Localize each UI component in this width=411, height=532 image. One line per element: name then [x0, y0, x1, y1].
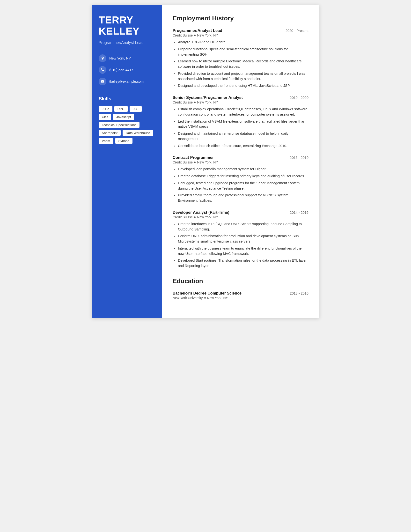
candidate-title: Programmer/Analyst Lead — [99, 40, 155, 46]
list-item: Perform UNIX administration for producti… — [178, 234, 308, 244]
skills-section: Skills J2EeRPGJCLCicsJavascriptTechnical… — [99, 96, 155, 144]
skills-heading: Skills — [99, 96, 155, 102]
list-item: Learned how to utilize multiple Electron… — [178, 59, 308, 69]
job-block: Programmer/Analyst Lead2020 - PresentCre… — [173, 28, 308, 88]
list-item: Debugged, tested and upgraded programs f… — [178, 181, 308, 191]
list-item: Developed Start routines, Transformation… — [178, 258, 308, 269]
company-name: Credit Suisse — [173, 160, 193, 164]
job-company: Credit SuisseNew York, NY — [173, 33, 308, 37]
separator-dot — [194, 216, 196, 218]
edu-institution: New York University — [173, 296, 203, 300]
separator-dot — [194, 35, 196, 36]
separator-dot — [194, 102, 196, 103]
skill-tag: Javascript — [113, 114, 134, 120]
job-block: Developer Analyst (Part-Time)2014 - 2016… — [173, 210, 308, 269]
job-bullets: Created interfaces in PL/SQL and UNIX Sc… — [173, 221, 308, 269]
edu-location: New York, NY — [207, 296, 228, 300]
edu-dates: 2013 - 2016 — [290, 291, 308, 295]
edu-header: Bachelor's Degree Computer Science2013 -… — [173, 291, 308, 295]
list-item: Designed and developed the front end usi… — [178, 83, 308, 88]
skill-tag: Data Warehouse — [122, 130, 153, 136]
job-dates: 2014 - 2016 — [290, 211, 308, 215]
contact-email: tkelley@example.com — [99, 78, 155, 85]
jobs-container: Programmer/Analyst Lead2020 - PresentCre… — [173, 28, 308, 269]
job-title: Programmer/Analyst Lead — [173, 28, 222, 33]
separator-dot — [194, 162, 196, 163]
job-bullets: Developed loan portfolio management syst… — [173, 167, 308, 203]
education-heading: Education — [173, 277, 308, 286]
skill-tag: Technical Specifications — [99, 122, 140, 128]
skill-tag: Sybase — [115, 138, 132, 144]
job-header: Programmer/Analyst Lead2020 - Present — [173, 28, 308, 33]
phone-icon — [99, 66, 106, 74]
job-dates: 2020 - Present — [286, 29, 308, 33]
list-item: Consolidated branch-office Infrastructur… — [178, 143, 308, 149]
job-header: Developer Analyst (Part-Time)2014 - 2016 — [173, 210, 308, 215]
list-item: Interacted with the business team to enu… — [178, 246, 308, 256]
job-bullets: Analyze TCP/IP and UDP data.Prepared fun… — [173, 40, 308, 88]
employment-heading: Employment History — [173, 15, 308, 23]
job-bullets: Establish complex operational Oracle/SQL… — [173, 107, 308, 149]
job-block: Contract Programmer2016 - 2019Credit Sui… — [173, 155, 308, 203]
skill-tag: Sharepoint — [99, 130, 121, 136]
list-item: Created database Triggers for inserting … — [178, 174, 308, 179]
contact-phone: (910) 555-4417 — [99, 66, 155, 74]
job-company: Credit SuisseNew York, NY — [173, 100, 308, 104]
resume-container: TERRY KELLEY Programmer/Analyst Lead New… — [92, 5, 319, 318]
job-title: Developer Analyst (Part-Time) — [173, 210, 229, 215]
skills-tags: J2EeRPGJCLCicsJavascriptTechnical Specif… — [99, 106, 155, 144]
job-title: Senior Systems/Programmer Analyst — [173, 95, 243, 100]
company-location: New York, NY — [197, 33, 218, 37]
sidebar: TERRY KELLEY Programmer/Analyst Lead New… — [92, 5, 162, 318]
company-location: New York, NY — [197, 160, 218, 164]
skill-tag: Vsam — [99, 138, 113, 144]
contact-location: New York, NY — [99, 54, 155, 62]
job-title: Contract Programmer — [173, 155, 214, 160]
job-dates: 2019 - 2020 — [290, 96, 308, 100]
job-block: Senior Systems/Programmer Analyst2019 - … — [173, 95, 308, 149]
skill-tag: J2Ee — [99, 106, 112, 112]
separator-dot — [204, 297, 206, 299]
contact-list: New York, NY (910) 555-4417 tkelley@exam… — [99, 54, 155, 85]
job-company: Credit SuisseNew York, NY — [173, 160, 308, 164]
list-item: Prepared functional specs and semi-techn… — [178, 47, 308, 57]
email-icon — [99, 78, 106, 85]
skill-tag: JCL — [130, 106, 142, 112]
edu-block: Bachelor's Degree Computer Science2013 -… — [173, 291, 308, 300]
company-name: Credit Suisse — [173, 100, 193, 104]
location-icon — [99, 54, 106, 62]
edu-sub: New York UniversityNew York, NY — [173, 296, 308, 300]
list-item: Designed and maintained an enterprise da… — [178, 131, 308, 142]
edu-container: Bachelor's Degree Computer Science2013 -… — [173, 291, 308, 300]
company-location: New York, NY — [197, 215, 218, 219]
list-item: Developed loan portfolio management syst… — [178, 167, 308, 172]
company-name: Credit Suisse — [173, 215, 193, 219]
list-item: Led the installation of VSAM file extens… — [178, 119, 308, 130]
candidate-name: TERRY KELLEY — [99, 15, 155, 37]
list-item: Provided timely, thorough and profession… — [178, 193, 308, 203]
job-header: Contract Programmer2016 - 2019 — [173, 155, 308, 160]
edu-degree: Bachelor's Degree Computer Science — [173, 291, 242, 295]
job-header: Senior Systems/Programmer Analyst2019 - … — [173, 95, 308, 100]
list-item: Establish complex operational Oracle/SQL… — [178, 107, 308, 117]
company-name: Credit Suisse — [173, 33, 193, 37]
list-item: Analyze TCP/IP and UDP data. — [178, 40, 308, 45]
main-content: Employment History Programmer/Analyst Le… — [162, 5, 319, 318]
skill-tag: Cics — [99, 114, 111, 120]
company-location: New York, NY — [197, 100, 218, 104]
list-item: Provided direction to account and projec… — [178, 71, 308, 82]
job-company: Credit SuisseNew York, NY — [173, 215, 308, 219]
employment-section: Employment History Programmer/Analyst Le… — [173, 15, 308, 269]
education-section: Education Bachelor's Degree Computer Sci… — [173, 277, 308, 300]
list-item: Created interfaces in PL/SQL and UNIX Sc… — [178, 221, 308, 232]
job-dates: 2016 - 2019 — [290, 156, 308, 160]
skill-tag: RPG — [114, 106, 128, 112]
